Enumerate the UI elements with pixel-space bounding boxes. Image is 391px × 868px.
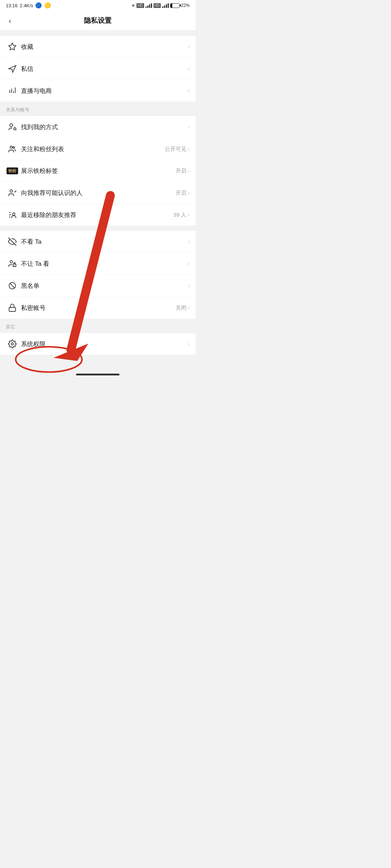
find-me-icon-wrap (6, 123, 19, 131)
other-card: 系统权限 › (0, 333, 196, 355)
relation-card: 找到我的方式 › 关注和粉丝列表 公开可见 › (0, 116, 196, 226)
svg-marker-1 (9, 65, 16, 72)
menu-item-find-me[interactable]: 找到我的方式 › (0, 116, 196, 138)
messages-label: 私信 (21, 65, 188, 73)
menu-item-blacklist[interactable]: 黑名单 › (0, 275, 196, 297)
iron-fan-label: 展示铁粉标签 (21, 167, 176, 175)
chart-icon (8, 86, 17, 95)
people-lock-icon (8, 259, 17, 268)
ban-icon (8, 281, 17, 290)
time: 13:16 (6, 3, 18, 8)
follow-fans-value: 公开可见 (165, 146, 186, 153)
messages-chevron: › (188, 65, 190, 72)
iron-fan-value: 开启 (176, 167, 186, 174)
message-icon (8, 64, 17, 73)
people-group-icon (8, 145, 17, 153)
recommend-people-label: 向我推荐可能认识的人 (21, 189, 176, 197)
network-speed: 2.4K/s (20, 3, 33, 8)
recommend-people-chevron: › (188, 190, 190, 196)
other-section-label: 其它 (0, 324, 196, 333)
battery-fill (171, 4, 172, 8)
removed-friends-label: 最近移除的朋友推荐 (21, 211, 173, 219)
iron-fan-chevron: › (188, 168, 190, 174)
svg-line-20 (10, 283, 15, 288)
iron-fan-badge: 铁粉 (7, 167, 18, 174)
back-icon: ‹ (9, 17, 11, 25)
block-card: 不看 Ta › 不让 Ta 看 › (0, 231, 196, 319)
eye-off-icon (8, 237, 17, 246)
hd-badge-2: HD (154, 3, 161, 8)
svg-line-8 (16, 130, 17, 131)
people-find-icon (8, 123, 17, 131)
menu-item-not-let-watch[interactable]: 不让 Ta 看 › (0, 253, 196, 275)
system-permissions-icon-wrap (6, 340, 19, 348)
not-let-watch-label: 不让 Ta 看 (21, 260, 188, 268)
menu-item-iron-fan[interactable]: 铁粉 展示铁粉标签 开启 › (0, 160, 196, 182)
removed-friends-chevron: › (188, 212, 190, 218)
menu-item-removed-friends[interactable]: 最近移除的朋友推荐 39 人 › (0, 204, 196, 226)
removed-friends-icon (8, 210, 17, 219)
live-icon-wrap (6, 86, 19, 95)
find-me-chevron: › (188, 124, 190, 130)
menu-item-live[interactable]: 直播与电商 › (0, 80, 196, 102)
signal-4g-2 (162, 3, 169, 8)
status-left: 13:16 2.4K/s 🔵 🟡 (6, 2, 51, 9)
menu-item-recommend-people[interactable]: 向我推荐可能认识的人 开启 › (0, 182, 196, 204)
system-permissions-label: 系统权限 (21, 340, 188, 348)
svg-rect-21 (9, 307, 16, 311)
menu-item-favorites[interactable]: 收藏 › (0, 36, 196, 58)
not-watch-label: 不看 Ta (21, 238, 188, 246)
not-let-watch-icon-wrap (6, 259, 19, 268)
battery-indicator (170, 3, 180, 8)
not-watch-chevron: › (188, 238, 190, 245)
relation-section-label: 关系与账号 (0, 107, 196, 116)
svg-point-17 (10, 261, 13, 263)
bottom-bar (0, 371, 196, 378)
blacklist-chevron: › (188, 282, 190, 289)
menu-item-private-account[interactable]: 私密账号 关闭 › (0, 297, 196, 319)
svg-point-22 (11, 343, 13, 345)
home-indicator (76, 374, 119, 375)
iron-fan-icon-wrap: 铁粉 (6, 167, 19, 174)
other-section: 其它 系统权限 › (0, 324, 196, 355)
private-account-chevron: › (188, 305, 190, 311)
hd-badge-1: HD (136, 3, 144, 8)
block-section: 不看 Ta › 不让 Ta 看 › (0, 231, 196, 319)
status-bar: 13:16 2.4K/s 🔵 🟡 ∗ HD HD (0, 0, 196, 11)
top-section: 收藏 › 私信 › (0, 36, 196, 102)
menu-item-messages[interactable]: 私信 › (0, 58, 196, 80)
top-card: 收藏 › 私信 › (0, 36, 196, 102)
live-chevron: › (188, 88, 190, 94)
battery-percent: 22% (181, 3, 190, 8)
back-button[interactable]: ‹ (6, 15, 14, 26)
system-permissions-chevron: › (188, 341, 190, 347)
svg-marker-0 (9, 43, 16, 50)
bottom-spacer (0, 360, 196, 371)
svg-point-10 (13, 147, 15, 149)
svg-point-9 (10, 146, 12, 148)
private-account-label: 私密账号 (21, 304, 176, 312)
status-right: ∗ HD HD 22% (131, 3, 190, 8)
favorites-label: 收藏 (21, 43, 188, 51)
page-header: ‹ 隐私设置 (0, 11, 196, 31)
signal-4g-1 (146, 3, 152, 8)
svg-point-15 (13, 213, 15, 216)
private-account-value: 关闭 (176, 305, 186, 311)
not-let-watch-chevron: › (188, 260, 190, 267)
follow-fans-label: 关注和粉丝列表 (21, 145, 165, 153)
menu-item-system-permissions[interactable]: 系统权限 › (0, 333, 196, 355)
people-recommend-icon (8, 188, 17, 197)
svg-rect-18 (13, 264, 16, 267)
removed-friends-icon-wrap (6, 210, 19, 219)
favorites-chevron: › (188, 43, 190, 50)
lock-icon (8, 303, 17, 312)
follow-fans-icon-wrap (6, 145, 19, 153)
menu-item-follow-fans[interactable]: 关注和粉丝列表 公开可见 › (0, 138, 196, 160)
favorites-icon-wrap (6, 42, 19, 51)
blacklist-label: 黑名单 (21, 282, 188, 290)
find-me-label: 找到我的方式 (21, 123, 188, 131)
menu-item-not-watch[interactable]: 不看 Ta › (0, 231, 196, 253)
svg-point-7 (14, 128, 16, 130)
relation-section: 关系与账号 找到我的方式 › (0, 107, 196, 226)
svg-point-11 (10, 190, 13, 192)
